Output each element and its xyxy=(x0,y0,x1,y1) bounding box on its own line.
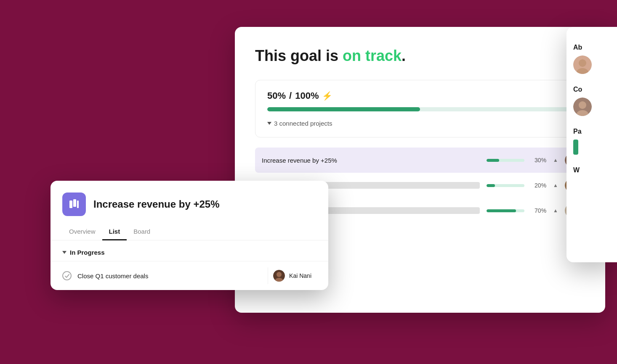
right-panel: Ab Co Pa W xyxy=(566,27,617,262)
svg-point-13 xyxy=(579,101,586,109)
collapse-icon[interactable] xyxy=(267,122,271,125)
goal-status-prefix: This goal is xyxy=(255,47,343,64)
check-icon[interactable] xyxy=(62,271,72,280)
mini-progress-bar-fill xyxy=(487,159,499,162)
svg-rect-15 xyxy=(69,200,72,208)
popup-tabs: Overview List Board xyxy=(51,224,328,240)
project-pct: 30% xyxy=(531,157,546,164)
popup-card: Increase revenue by +25% Overview List B… xyxy=(51,181,328,290)
tab-overview[interactable]: Overview xyxy=(62,224,102,240)
assignee-area: Kai Nani xyxy=(268,267,316,284)
section-collapse-icon[interactable] xyxy=(62,251,66,254)
assignee-name: Kai Nani xyxy=(289,272,311,279)
progress-bar-background xyxy=(267,107,573,111)
mini-progress-bar-fill xyxy=(487,209,516,212)
svg-rect-16 xyxy=(73,199,76,207)
progress-target: 100% xyxy=(295,90,319,101)
goal-status-heading: This goal is on track. xyxy=(255,47,585,65)
project-pct: 70% xyxy=(531,207,546,214)
progress-section: 50% / 100% ⚡ 3 connected projects xyxy=(255,80,585,137)
right-about-label: Ab xyxy=(573,44,610,51)
progress-current: 50% xyxy=(267,90,286,101)
right-avatar xyxy=(573,55,592,74)
right-section-participants: Pa xyxy=(573,128,610,155)
up-arrow-icon: ▲ xyxy=(553,157,558,163)
popup-header: Increase revenue by +25% xyxy=(51,181,328,216)
item-name: Close Q1 customer deals xyxy=(77,272,262,280)
progress-separator: / xyxy=(289,90,292,101)
connected-projects-text: 3 connected projects xyxy=(274,120,332,127)
popup-section-label: In Progress xyxy=(51,240,328,261)
assignee-avatar xyxy=(273,270,285,282)
tab-board[interactable]: Board xyxy=(127,224,157,240)
up-arrow-icon: ▲ xyxy=(553,208,558,214)
right-collaborators-label: Co xyxy=(573,86,610,93)
lightning-icon: ⚡ xyxy=(322,91,332,101)
svg-point-10 xyxy=(579,59,586,67)
goal-status-highlight: on track xyxy=(343,47,402,64)
mini-progress-bar-bg xyxy=(487,159,524,162)
progress-bar-fill xyxy=(267,107,420,111)
connected-projects-label: 3 connected projects xyxy=(267,120,573,127)
popup-title: Increase revenue by +25% xyxy=(93,198,220,210)
right-work-label: W xyxy=(573,166,610,174)
mini-progress-bar-fill xyxy=(487,184,495,187)
project-pct: 20% xyxy=(531,182,546,189)
mini-progress-bar-bg xyxy=(487,184,524,187)
mini-progress-bar-bg xyxy=(487,209,524,212)
svg-point-19 xyxy=(277,272,282,277)
up-arrow-icon: ▲ xyxy=(553,182,558,188)
right-participants-label: Pa xyxy=(573,128,610,135)
map-icon xyxy=(68,198,80,211)
project-name: Increase revenue by +25% xyxy=(262,157,480,164)
tab-list[interactable]: List xyxy=(102,224,127,240)
progress-label: 50% / 100% ⚡ xyxy=(267,90,573,101)
right-section-about: Ab xyxy=(573,44,610,74)
svg-rect-17 xyxy=(77,200,79,208)
partial-bar xyxy=(573,140,578,155)
popup-item[interactable]: Close Q1 customer deals Kai Nani xyxy=(51,261,328,290)
project-row[interactable]: Increase revenue by +25% 30% ▲ xyxy=(255,148,585,173)
goal-status-suffix: . xyxy=(402,47,406,64)
popup-icon-container xyxy=(62,193,86,216)
right-section-collaborators: Co xyxy=(573,86,610,116)
right-avatar-2 xyxy=(573,98,592,116)
right-section-work: W xyxy=(573,166,610,174)
